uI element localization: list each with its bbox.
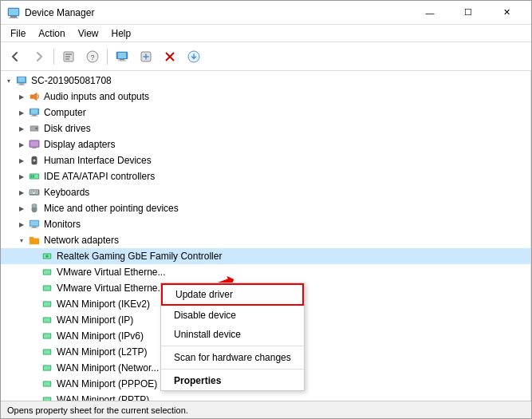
menu-file[interactable]: File (4, 26, 32, 41)
svg-point-30 (35, 128, 37, 130)
tree-item-hid[interactable]: ▶ Human Interface Devices (1, 152, 530, 168)
computer-label: Computer (44, 107, 86, 118)
close-button[interactable]: ✕ (488, 1, 525, 25)
monitor-icon (116, 50, 128, 63)
menu-view[interactable]: View (72, 26, 105, 41)
properties-button[interactable] (57, 45, 80, 68)
svg-rect-53 (30, 221, 39, 226)
ctx-scan-hardware[interactable]: Scan for hardware changes (161, 348, 304, 367)
disk-expand-icon[interactable]: ▶ (15, 122, 28, 135)
monitors-expand-icon[interactable]: ▶ (15, 218, 28, 231)
title-controls: — ☐ ✕ (412, 1, 525, 25)
tree-item-disk[interactable]: ▶ Disk drives (1, 121, 530, 136)
svg-rect-2 (9, 18, 18, 18)
svg-rect-25 (31, 109, 38, 114)
keyboard-label: Keyboards (44, 187, 89, 198)
ide-expand-icon[interactable]: ▶ (15, 170, 28, 183)
svg-marker-23 (33, 93, 37, 101)
svg-rect-78 (44, 397, 51, 401)
svg-rect-27 (31, 116, 38, 117)
svg-rect-1 (10, 16, 17, 18)
ctx-update-driver[interactable]: Update driver (161, 283, 304, 306)
hid-icon (28, 154, 41, 167)
tree-item-display[interactable]: ▶ Display adapters (1, 136, 530, 152)
app-icon (7, 6, 20, 19)
minimize-button[interactable]: — (412, 1, 448, 25)
mice-expand-icon[interactable]: ▶ (15, 202, 28, 215)
svg-rect-40 (33, 175, 34, 178)
scan-button[interactable] (135, 45, 157, 68)
svg-rect-20 (19, 84, 23, 85)
svg-rect-22 (30, 94, 33, 98)
display-expand-icon[interactable]: ▶ (15, 138, 28, 151)
svg-rect-48 (37, 192, 38, 194)
computer-expand-icon[interactable]: ▶ (15, 106, 28, 119)
svg-rect-32 (30, 141, 39, 147)
root-label: SC-201905081708 (31, 75, 112, 86)
remove-button[interactable] (159, 45, 181, 68)
title-bar: Device Manager — ☐ ✕ (1, 1, 531, 25)
main-content: ▾ SC-201905081708 ▶ (1, 71, 531, 401)
tree-item-mice[interactable]: ▶ Mice and other pointing devices (1, 200, 530, 216)
tree-item-network[interactable]: ▾ Network adapters (1, 232, 530, 248)
svg-rect-43 (32, 190, 33, 192)
tree-item-ide[interactable]: ▶ IDE ATA/ATAPI controllers (1, 168, 530, 184)
svg-text:?: ? (91, 53, 95, 61)
ctx-uninstall-device[interactable]: Uninstall device (161, 325, 304, 344)
download-icon (187, 50, 200, 63)
keyboard-expand-icon[interactable]: ▶ (15, 186, 28, 199)
svg-rect-62 (44, 270, 51, 274)
svg-rect-46 (30, 192, 32, 194)
wan-pptp-label: WAN Miniport (PPTP) (57, 394, 149, 401)
tree-item-vmware1[interactable]: ▶ VMware Virtual Etherne... (1, 264, 530, 280)
wan-pppoe-label: WAN Miniport (PPPOE) (57, 378, 157, 389)
realtek-icon (41, 250, 53, 263)
svg-rect-44 (34, 190, 36, 192)
svg-rect-64 (44, 286, 51, 290)
tree-item-audio[interactable]: ▶ Audio inputs and outputs (1, 89, 530, 105)
tree-item-keyboard[interactable]: ▶ Keyboards (1, 184, 530, 200)
svg-rect-66 (44, 302, 51, 306)
network-expand-icon[interactable]: ▾ (15, 234, 28, 247)
tree-item-realtek[interactable]: ▶ Realtek Gaming GbE Family Controller (1, 248, 530, 264)
monitors-label: Monitors (44, 219, 81, 230)
svg-rect-45 (37, 190, 38, 192)
toolbar: ? (1, 42, 531, 71)
computer-small-icon (28, 106, 41, 119)
tree-root[interactable]: ▾ SC-201905081708 (1, 73, 530, 89)
keyboard-icon (28, 186, 41, 199)
title-left: Device Manager (7, 6, 94, 19)
download-button[interactable] (183, 45, 205, 68)
update-driver-toolbar-button[interactable] (111, 45, 133, 68)
menu-help[interactable]: Help (105, 26, 138, 41)
audio-expand-icon[interactable]: ▶ (15, 90, 28, 103)
disk-icon (28, 122, 41, 135)
menu-action[interactable]: Action (32, 26, 71, 41)
hid-expand-icon[interactable]: ▶ (15, 154, 28, 167)
ctx-separator-2 (161, 369, 304, 370)
tree-item-monitors[interactable]: ▶ Monitors (1, 216, 530, 232)
ide-label: IDE ATA/ATAPI controllers (44, 171, 155, 182)
back-button[interactable] (4, 45, 26, 68)
network-folder-icon (28, 234, 41, 247)
wan-pppoe-icon (41, 377, 53, 390)
svg-rect-12 (120, 59, 124, 61)
svg-rect-47 (32, 192, 35, 194)
ctx-disable-device[interactable]: Disable device (161, 306, 304, 325)
svg-rect-39 (31, 175, 33, 178)
maximize-button[interactable]: ☐ (450, 1, 487, 25)
help-button[interactable]: ? (81, 45, 104, 68)
scan-icon (140, 50, 152, 63)
disk-label: Disk drives (44, 123, 91, 134)
ctx-properties[interactable]: Properties (161, 371, 304, 390)
tree-item-computer[interactable]: ▶ Computer (1, 105, 530, 121)
forward-button[interactable] (28, 45, 50, 68)
context-menu: Update driver Disable device Uninstall d… (160, 283, 305, 391)
svg-rect-68 (44, 318, 51, 322)
audio-label: Audio inputs and outputs (44, 91, 149, 102)
help-icon: ? (86, 50, 99, 63)
vmware1-icon (41, 266, 53, 279)
svg-rect-21 (18, 85, 26, 85)
tree-item-wan-pptp[interactable]: ▶ WAN Miniport (PPTP) (1, 392, 530, 401)
root-expand-icon[interactable]: ▾ (2, 74, 15, 87)
